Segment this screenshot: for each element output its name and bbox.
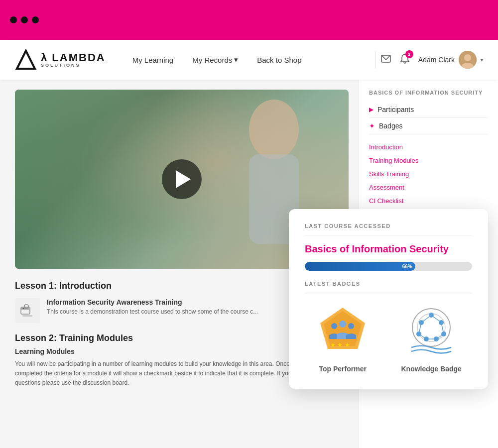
sidebar-item-badges[interactable]: ✦ Badges xyxy=(369,118,488,134)
svg-rect-11 xyxy=(22,315,32,317)
badge-knowledge: Knowledge Badge xyxy=(401,305,461,373)
window-controls xyxy=(10,16,39,23)
main-nav: My Learning My Records ▾ Back to Shop xyxy=(125,51,370,68)
participants-label: Participants xyxy=(377,106,414,113)
sidebar-section-title: BASICS OF INFORMATION SECURITY xyxy=(369,90,488,96)
progress-bar-fill: 66% xyxy=(305,262,415,271)
svg-point-4 xyxy=(464,54,471,61)
user-chevron-icon: ▾ xyxy=(481,57,483,63)
course-info: Information Security Awareness Training … xyxy=(47,298,258,315)
participants-arrow-icon: ▶ xyxy=(369,106,374,113)
svg-point-6 xyxy=(249,100,299,159)
knowledge-badge-icon xyxy=(404,305,459,360)
svg-point-16 xyxy=(339,321,346,328)
sidebar-link-assessment[interactable]: Assessment xyxy=(369,181,488,194)
card-course-title: Basics of Information Security xyxy=(305,243,472,255)
notification-badge: 2 xyxy=(405,50,413,58)
dot-3 xyxy=(32,16,39,23)
mail-button[interactable] xyxy=(380,53,391,66)
svg-marker-0 xyxy=(17,51,35,69)
course-icon xyxy=(15,298,40,323)
play-triangle-icon xyxy=(176,170,191,188)
main-content: Lesson 1: Introduction Information Secur… xyxy=(0,80,498,448)
sidebar-link-modules[interactable]: Training Modules xyxy=(369,154,488,167)
svg-point-20 xyxy=(417,314,445,341)
badge-top-performer: ★ ★ ★ Top Performer xyxy=(315,305,370,373)
header: λ LAMBDA SOLUTIONS My Learning My Record… xyxy=(0,40,498,80)
latest-badges-label: LATEST BADGES xyxy=(305,281,472,287)
nav-my-records[interactable]: My Records ▾ xyxy=(185,51,245,68)
card-divider-1 xyxy=(305,235,472,235)
user-name: Adam Clark xyxy=(418,56,455,64)
mail-icon xyxy=(380,53,391,64)
sidebar-link-skills[interactable]: Skills Training xyxy=(369,167,488,181)
dot-2 xyxy=(21,16,28,23)
sidebar-links: Introduction Training Modules Skills Tra… xyxy=(369,140,488,208)
notification-button[interactable]: 2 xyxy=(399,53,410,66)
badges-label: Badges xyxy=(379,122,402,130)
logo-lambda: λ LAMBDA xyxy=(41,52,106,63)
svg-text:★ ★ ★: ★ ★ ★ xyxy=(330,341,350,348)
nav-back-to-shop[interactable]: Back to Shop xyxy=(250,52,308,68)
logo[interactable]: λ LAMBDA SOLUTIONS xyxy=(15,49,106,71)
badges-row: ★ ★ ★ Top Performer xyxy=(305,305,472,373)
sidebar-link-intro[interactable]: Introduction xyxy=(369,140,488,154)
dot-1 xyxy=(10,16,17,23)
progress-text: 66% xyxy=(402,264,412,269)
badges-divider xyxy=(305,293,472,293)
badge-star-icon: ✦ xyxy=(369,122,375,130)
progress-bar-container: 66% xyxy=(305,262,472,271)
svg-point-17 xyxy=(348,323,354,329)
svg-point-15 xyxy=(331,323,337,329)
logo-text: λ LAMBDA SOLUTIONS xyxy=(41,52,106,68)
course-title: Information Security Awareness Training xyxy=(47,298,258,306)
nav-my-learning[interactable]: My Learning xyxy=(125,52,181,68)
knowledge-badge-label: Knowledge Badge xyxy=(401,365,461,373)
last-course-label: LAST COURSE ACCESSED xyxy=(305,223,472,229)
svg-marker-14 xyxy=(324,311,362,346)
sidebar-item-participants[interactable]: ▶ Participants xyxy=(369,102,488,118)
logo-solutions: SOLUTIONS xyxy=(41,63,106,68)
user-menu[interactable]: Adam Clark ▾ xyxy=(418,51,483,69)
user-avatar xyxy=(459,51,477,69)
logo-icon xyxy=(15,49,37,71)
top-performer-badge-icon: ★ ★ ★ xyxy=(315,305,370,360)
security-icon xyxy=(19,302,36,319)
play-button[interactable] xyxy=(162,159,202,199)
course-desc: This course is a demonstration test cour… xyxy=(47,308,258,315)
nav-right: 2 Adam Clark ▾ xyxy=(380,51,483,69)
top-accent-bar xyxy=(0,0,498,40)
top-performer-label: Top Performer xyxy=(319,365,366,373)
floating-card: LAST COURSE ACCESSED Basics of Informati… xyxy=(289,209,488,389)
svg-point-10 xyxy=(23,308,24,309)
sidebar-link-ci[interactable]: CI Checklist xyxy=(369,194,488,208)
nav-divider xyxy=(375,51,375,68)
